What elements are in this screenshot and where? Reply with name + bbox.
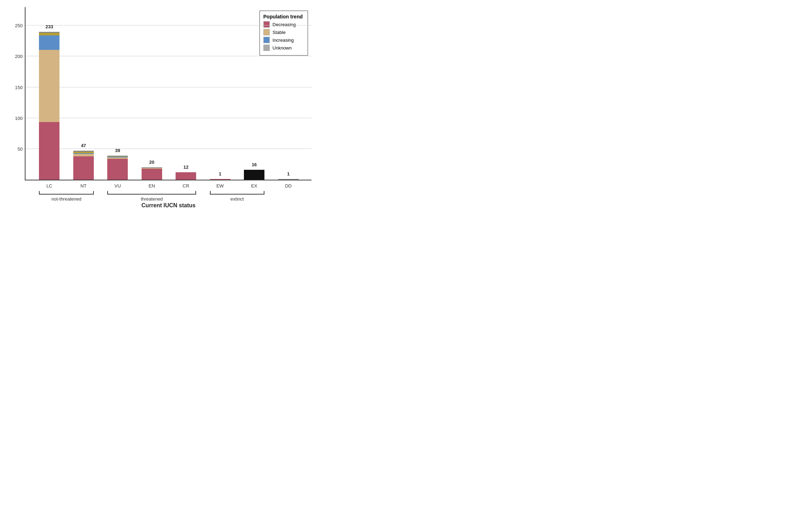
bracket-threatened xyxy=(107,191,196,195)
bracket-label-threatened: threatened xyxy=(141,196,163,202)
bar-segment xyxy=(73,154,94,156)
bar-total-label-NT: 47 xyxy=(81,143,86,149)
bar-total-label-LC: 233 xyxy=(46,24,53,30)
bar-segment xyxy=(278,179,299,180)
bar-segment xyxy=(107,159,128,180)
bar-segment xyxy=(244,170,264,180)
bar-total-label-DD: 1 xyxy=(287,171,290,178)
bar-total-label-EN: 20 xyxy=(149,160,154,166)
x-tick-label-EX: EX xyxy=(251,183,257,189)
bar-segment xyxy=(39,35,59,50)
y-tick-label-200: 200 xyxy=(15,54,23,59)
bar-LC: 233 xyxy=(39,32,59,180)
x-tick-label-VU: VU xyxy=(114,183,121,189)
bar-EN: 20 xyxy=(142,167,162,180)
bar-total-label-CR: 12 xyxy=(183,164,188,171)
bar-EX: 16 xyxy=(244,170,264,180)
bar-EW: 1 xyxy=(210,179,230,180)
bar-CR: 12 xyxy=(176,172,196,180)
bar-NT: 47 xyxy=(73,151,94,180)
x-tick-label-EW: EW xyxy=(216,183,224,189)
bar-segment xyxy=(39,33,59,35)
x-tick-label-EN: EN xyxy=(149,183,155,189)
bar-segment xyxy=(39,122,59,180)
bracket-label-extinct: extinct xyxy=(230,196,244,202)
bracket-label-not-threatened: not-threatened xyxy=(51,196,81,202)
bar-DD: 1 xyxy=(278,179,299,180)
bar-total-label-EW: 1 xyxy=(219,171,221,178)
chart-container: N. species Population trend DecreasingSt… xyxy=(0,0,319,209)
y-tick-label-150: 150 xyxy=(15,85,23,90)
bar-total-label-VU: 39 xyxy=(115,148,120,154)
x-axis-title: Current IUCN status xyxy=(142,202,196,209)
bar-segment xyxy=(210,179,230,180)
bar-total-label-EX: 16 xyxy=(252,162,257,168)
chart-area: Population trend DecreasingStableIncreas… xyxy=(25,7,312,180)
y-tick-label-250: 250 xyxy=(15,23,23,28)
y-tick-label-100: 100 xyxy=(15,115,23,121)
x-tick-label-LC: LC xyxy=(46,183,52,189)
x-tick-label-NT: NT xyxy=(80,183,86,189)
x-tick-label-CR: CR xyxy=(183,183,189,189)
bar-segment xyxy=(176,172,196,180)
bar-VU: 39 xyxy=(107,156,128,180)
bar-segment xyxy=(39,50,59,122)
bracket-not-threatened xyxy=(39,191,93,195)
y-tick-label-50: 50 xyxy=(18,146,23,151)
x-tick-label-DD: DD xyxy=(285,183,292,189)
bar-segment xyxy=(73,156,94,180)
bracket-extinct xyxy=(210,191,264,195)
bar-segment xyxy=(142,169,162,180)
